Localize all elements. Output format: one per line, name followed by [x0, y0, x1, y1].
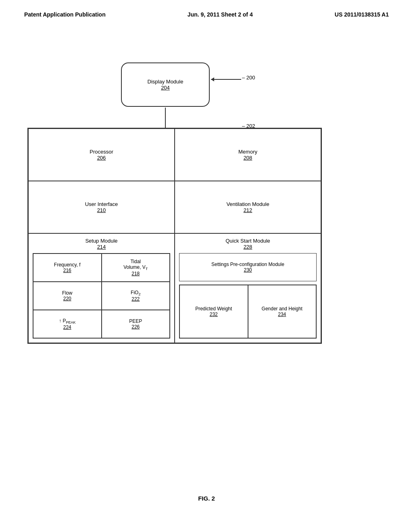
display-module-wrapper: Display Module 204 [121, 62, 210, 107]
tidal-volume-label: TidalVolume, VT [123, 259, 148, 271]
header: Patent Application Publication Jun. 9, 2… [0, 0, 413, 18]
ppeak-label: ↑ PPEAK [59, 318, 75, 324]
settings-preconfig-label: Settings Pre-configuration Module [211, 262, 284, 267]
quickstart-num: 228 [179, 244, 317, 250]
fio2-num: 222 [131, 296, 140, 302]
gender-height-cell: Gender and Height 234 [248, 285, 317, 338]
ppeak-cell: ↑ PPEAK 224 [33, 310, 102, 338]
memory-cell: Memory 208 [175, 129, 321, 181]
setup-inner-grid: Frequency, f 216 TidalVolume, VT 218 Flo… [33, 253, 170, 339]
predicted-grid: Predicted Weight 232 Gender and Height 2… [179, 285, 317, 339]
gender-height-label: Gender and Height [262, 306, 302, 312]
header-right: US 2011/0138315 A1 [335, 11, 389, 18]
middle-row: User Interface 210 Ventilation Module 21… [28, 181, 321, 233]
setup-module-num: 214 [33, 244, 170, 250]
arrow-200-line [211, 79, 241, 80]
predicted-weight-cell: Predicted Weight 232 [179, 285, 248, 338]
connector-vertical [165, 108, 166, 128]
top-row: Processor 206 Memory 208 [28, 129, 321, 181]
display-module-label: Display Module [148, 79, 184, 85]
quickstart-label: Quick Start Module [179, 238, 317, 244]
flow-cell: Flow 220 [33, 282, 102, 310]
ventilation-module-label: Ventilation Module [226, 201, 269, 207]
peep-cell: PEEP 226 [102, 310, 170, 338]
predicted-weight-num: 232 [210, 312, 218, 317]
peep-num: 226 [131, 324, 140, 330]
setup-module-label: Setup Module [33, 238, 170, 244]
display-module-num: 204 [161, 85, 170, 91]
tidal-volume-cell: TidalVolume, VT 218 [102, 254, 170, 282]
page: Patent Application Publication Jun. 9, 2… [0, 0, 413, 532]
ppeak-num: 224 [63, 324, 71, 330]
peep-label: PEEP [129, 318, 142, 324]
ventilation-module-num: 212 [244, 207, 252, 213]
header-middle: Jun. 9, 2011 Sheet 2 of 4 [188, 11, 253, 18]
main-box: Processor 206 Memory 208 User Interface … [27, 128, 322, 344]
ref-200: – 200 [242, 75, 255, 81]
setup-module-cell: Setup Module 214 Frequency, f 216 TidalV… [28, 233, 175, 343]
frequency-cell: Frequency, f 216 [33, 254, 102, 282]
processor-num: 206 [97, 155, 106, 161]
flow-num: 220 [63, 296, 71, 301]
display-module-box: Display Module 204 [121, 62, 210, 107]
quickstart-module-cell: Quick Start Module 228 Settings Pre-conf… [175, 233, 321, 343]
fig-label: FIG. 2 [0, 495, 413, 502]
ventilation-module-cell: Ventilation Module 212 [175, 181, 321, 233]
settings-preconfig-box: Settings Pre-configuration Module 230 [179, 253, 317, 281]
memory-label: Memory [238, 149, 257, 155]
frequency-label: Frequency, f [54, 262, 81, 268]
bottom-row: Setup Module 214 Frequency, f 216 TidalV… [28, 233, 321, 343]
user-interface-num: 210 [97, 207, 106, 213]
user-interface-cell: User Interface 210 [28, 181, 175, 233]
header-left: Patent Application Publication [24, 11, 106, 18]
fio2-cell: FiO2 222 [102, 282, 170, 310]
fio2-label: FiO2 [131, 290, 140, 296]
predicted-weight-label: Predicted Weight [195, 306, 232, 312]
memory-num: 208 [244, 155, 252, 161]
tidal-volume-num: 218 [131, 271, 140, 276]
settings-preconfig-num: 230 [244, 267, 252, 273]
user-interface-label: User Interface [85, 201, 118, 207]
flow-label: Flow [62, 290, 72, 296]
processor-label: Processor [90, 149, 113, 155]
gender-height-num: 234 [278, 312, 286, 317]
frequency-num: 216 [63, 268, 71, 273]
processor-cell: Processor 206 [28, 129, 175, 181]
